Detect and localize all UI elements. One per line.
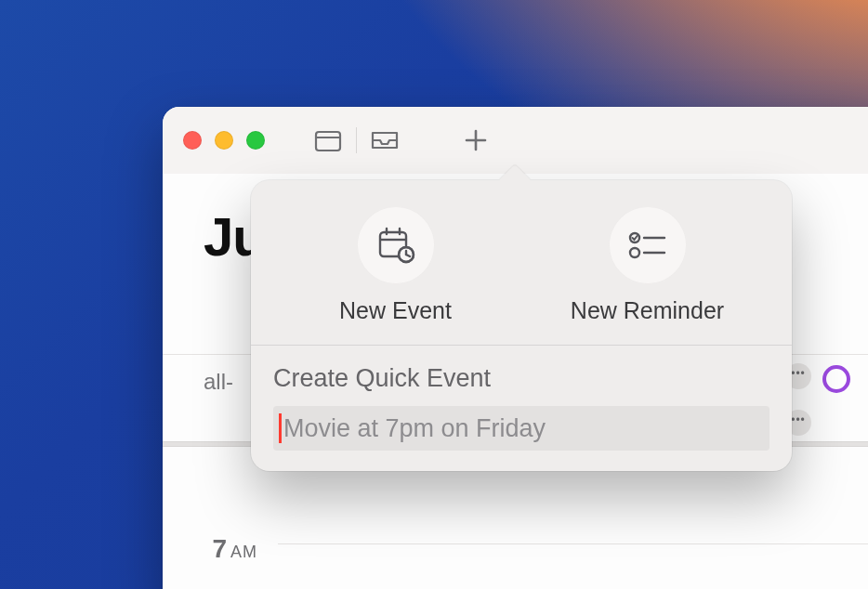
quick-event-section: Create Quick Event Movie at 7pm on Frida… (251, 346, 792, 451)
quick-event-title: Create Quick Event (273, 364, 769, 393)
all-day-event[interactable] (822, 365, 850, 393)
plus-icon (464, 128, 488, 152)
quick-event-placeholder: Movie at 7pm on Friday (283, 414, 546, 443)
calendar-icon (314, 128, 342, 152)
window-toolbar (163, 107, 868, 174)
hour-gridline (278, 543, 868, 544)
window-controls (183, 131, 265, 150)
hour-label: 7AM (163, 534, 278, 564)
text-cursor (279, 413, 282, 443)
svg-rect-0 (316, 132, 340, 151)
reminders-list-icon (627, 229, 668, 261)
toolbar-divider (356, 127, 357, 153)
inbox-icon (370, 129, 400, 151)
minimize-window-button[interactable] (215, 131, 233, 150)
new-event-label: New Event (339, 297, 452, 324)
add-popover-choices: New Event New Reminder (251, 180, 792, 346)
close-window-button[interactable] (183, 131, 202, 150)
new-reminder-button[interactable]: New Reminder (521, 206, 773, 324)
calendar-clock-icon (376, 227, 415, 264)
add-popover: New Event New Reminder Create Quick Even… (251, 180, 792, 471)
zoom-window-button[interactable] (246, 131, 265, 150)
inbox-button[interactable] (362, 122, 407, 159)
add-button[interactable] (454, 122, 498, 159)
hour-ampm: AM (230, 543, 257, 561)
new-reminder-circle (609, 206, 687, 284)
quick-event-input[interactable]: Movie at 7pm on Friday (273, 406, 769, 451)
new-event-button[interactable]: New Event (270, 206, 521, 324)
show-calendars-button[interactable] (306, 122, 350, 159)
hour-row: 7AM (163, 534, 868, 564)
new-event-circle (357, 206, 435, 284)
svg-point-14 (630, 248, 639, 257)
hour-number: 7 (212, 534, 227, 563)
new-reminder-label: New Reminder (571, 297, 724, 324)
